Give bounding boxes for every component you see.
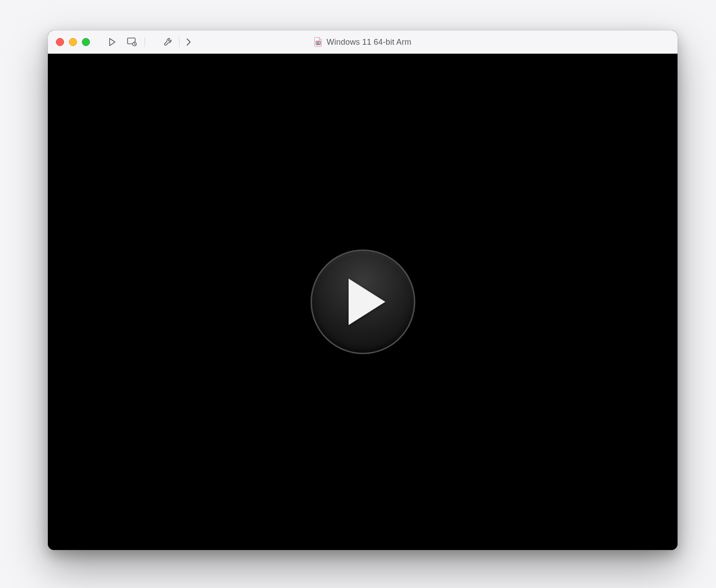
svg-rect-6	[318, 43, 319, 44]
toolbar-overflow-button[interactable]	[182, 34, 195, 50]
wrench-icon	[163, 37, 173, 47]
minimize-button[interactable]	[69, 38, 77, 46]
snapshots-button[interactable]	[122, 34, 142, 50]
start-vm-big-button[interactable]	[311, 250, 415, 354]
toolbar-divider	[145, 37, 145, 47]
svg-rect-2	[316, 41, 320, 45]
titlebar: Windows 11 64-bit Arm	[48, 30, 678, 54]
chevron-right-icon	[186, 38, 191, 46]
start-vm-button[interactable]	[102, 34, 122, 50]
big-play-icon	[349, 279, 385, 325]
play-icon	[109, 38, 116, 46]
toolbar	[102, 34, 195, 50]
traffic-lights	[48, 38, 90, 46]
svg-rect-5	[317, 43, 318, 44]
zoom-button[interactable]	[82, 38, 90, 46]
window-title: Windows 11 64-bit Arm	[327, 38, 411, 47]
vm-settings-button[interactable]	[158, 34, 178, 50]
close-button[interactable]	[56, 38, 64, 46]
vm-window: Windows 11 64-bit Arm	[48, 30, 678, 550]
toolbar-divider-2	[179, 37, 179, 47]
svg-rect-4	[318, 42, 319, 43]
snapshot-icon	[127, 38, 137, 47]
vm-display	[48, 54, 678, 550]
svg-rect-3	[317, 42, 318, 43]
vm-document-icon	[314, 37, 322, 47]
